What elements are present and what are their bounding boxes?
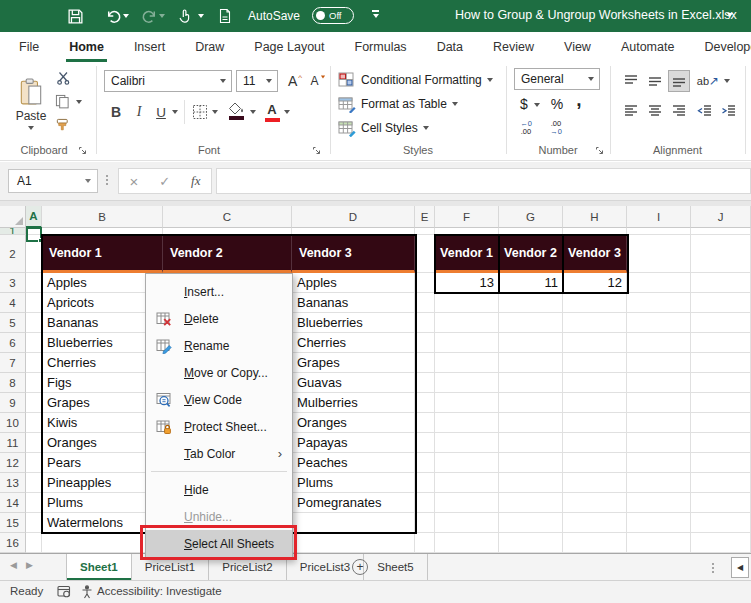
underline-button[interactable]: U xyxy=(152,100,170,124)
cell-E2[interactable] xyxy=(415,235,435,273)
row-header-7[interactable]: 7 xyxy=(0,353,26,373)
name-box[interactable]: A1 xyxy=(8,169,98,193)
cell-I8[interactable] xyxy=(627,373,691,393)
cell-A14[interactable] xyxy=(26,493,42,513)
cell-F4[interactable] xyxy=(435,293,499,313)
cell-I10[interactable] xyxy=(627,413,691,433)
cell-E5[interactable] xyxy=(415,313,435,333)
cell-D11[interactable]: Papayas xyxy=(292,433,415,453)
sheet-tab-sheet5[interactable]: Sheet5 xyxy=(364,554,427,580)
cell-G3[interactable]: 11 xyxy=(499,273,563,293)
cell-G12[interactable] xyxy=(499,453,563,473)
formula-bar-resize-handle[interactable] xyxy=(106,175,108,185)
cell-D2[interactable]: Vendor 3 xyxy=(292,235,415,273)
row-header-13[interactable]: 13 xyxy=(0,473,26,493)
cell-J15[interactable] xyxy=(691,513,751,533)
cell-D5[interactable]: Blueberries xyxy=(292,313,415,333)
menu-item-tab-color[interactable]: Tab Color› xyxy=(146,440,292,467)
format-painter-icon[interactable] xyxy=(55,118,70,133)
decrease-decimal-button[interactable]: .00→0 xyxy=(544,120,568,136)
center-button[interactable] xyxy=(644,100,666,122)
bottom-align-button[interactable] xyxy=(668,70,690,92)
column-header-B[interactable]: B xyxy=(42,206,163,228)
tab-developer[interactable]: Developer xyxy=(689,32,751,62)
cell-H3[interactable]: 12 xyxy=(563,273,627,293)
cell-D3[interactable]: Apples xyxy=(292,273,415,293)
cell-E6[interactable] xyxy=(415,333,435,353)
cell-E11[interactable] xyxy=(415,433,435,453)
cell-A9[interactable] xyxy=(26,393,42,413)
decrease-indent-button[interactable] xyxy=(694,100,716,122)
cell-E14[interactable] xyxy=(415,493,435,513)
cell-F3[interactable]: 13 xyxy=(435,273,499,293)
cell-I11[interactable] xyxy=(627,433,691,453)
cell-G11[interactable] xyxy=(499,433,563,453)
cell-H1[interactable] xyxy=(563,228,627,235)
cell-E8[interactable] xyxy=(415,373,435,393)
cell-D15[interactable] xyxy=(292,513,415,533)
touch-mode-dropdown-icon[interactable] xyxy=(196,7,206,25)
number-dialog-launcher-icon[interactable] xyxy=(595,145,605,155)
menu-item-select-all-sheets[interactable]: Select All Sheets xyxy=(146,530,292,557)
cell-C2[interactable]: Vendor 2 xyxy=(163,235,292,273)
cell-E10[interactable] xyxy=(415,413,435,433)
increase-decimal-button[interactable]: ←0.00 xyxy=(514,120,538,136)
cell-G9[interactable] xyxy=(499,393,563,413)
cell-J2[interactable] xyxy=(691,235,751,273)
top-align-button[interactable] xyxy=(620,70,642,92)
row-header-12[interactable]: 12 xyxy=(0,453,26,473)
tab-automate[interactable]: Automate xyxy=(606,32,690,62)
cell-I3[interactable] xyxy=(627,273,691,293)
accounting-dropdown-icon[interactable] xyxy=(534,103,540,107)
cell-D4[interactable]: Bananas xyxy=(292,293,415,313)
cell-C1[interactable] xyxy=(163,228,292,235)
cell-J10[interactable] xyxy=(691,413,751,433)
copy-dropdown-icon[interactable] xyxy=(76,100,82,104)
cell-styles-button[interactable]: Cell Styles xyxy=(338,116,429,139)
cell-H15[interactable] xyxy=(563,513,627,533)
cell-E4[interactable] xyxy=(415,293,435,313)
cell-F2[interactable]: Vendor 1 xyxy=(435,235,499,273)
row-header-5[interactable]: 5 xyxy=(0,313,26,333)
format-as-table-button[interactable]: Format as Table xyxy=(338,92,458,115)
copy-icon[interactable] xyxy=(55,94,70,109)
cancel-icon[interactable]: × xyxy=(129,173,138,190)
cell-H4[interactable] xyxy=(563,293,627,313)
cell-E3[interactable] xyxy=(415,273,435,293)
cell-J3[interactable] xyxy=(691,273,751,293)
font-size-select[interactable]: 11 xyxy=(236,70,278,92)
underline-dropdown-icon[interactable] xyxy=(172,110,178,114)
autosave-toggle[interactable]: Off xyxy=(312,7,354,24)
cell-F8[interactable] xyxy=(435,373,499,393)
column-header-I[interactable]: I xyxy=(627,206,691,228)
cell-F15[interactable] xyxy=(435,513,499,533)
column-header-G[interactable]: G xyxy=(499,206,563,228)
cell-A16[interactable] xyxy=(26,533,42,553)
cell-H5[interactable] xyxy=(563,313,627,333)
orientation-button[interactable]: ab↗ xyxy=(696,70,720,92)
cell-B1[interactable] xyxy=(42,228,163,235)
conditional-formatting-button[interactable]: Conditional Formatting xyxy=(338,68,493,91)
row-header-16[interactable]: 16 xyxy=(0,533,26,553)
title-dropdown-icon[interactable] xyxy=(727,13,733,17)
accessibility-status[interactable]: Accessibility: Investigate xyxy=(97,585,222,597)
font-name-select[interactable]: Calibri xyxy=(104,70,232,92)
cell-I2[interactable] xyxy=(627,235,691,273)
cell-H2[interactable]: Vendor 3 xyxy=(563,235,627,273)
cell-H13[interactable] xyxy=(563,473,627,493)
accounting-format-button[interactable]: $ xyxy=(516,94,532,114)
menu-item-hide[interactable]: Hide xyxy=(146,476,292,503)
new-sheet-button[interactable]: + xyxy=(352,559,368,575)
cell-G5[interactable] xyxy=(499,313,563,333)
cell-B2[interactable]: Vendor 1 xyxy=(42,235,163,273)
cell-G15[interactable] xyxy=(499,513,563,533)
row-header-15[interactable]: 15 xyxy=(0,513,26,533)
cut-icon[interactable] xyxy=(56,70,72,86)
column-header-E[interactable]: E xyxy=(415,206,435,228)
cell-A1[interactable] xyxy=(26,228,42,235)
cell-D6[interactable]: Cherries xyxy=(292,333,415,353)
hscroll-left-arrow[interactable]: ◀ xyxy=(731,557,749,578)
row-header-8[interactable]: 8 xyxy=(0,373,26,393)
menu-item-move-or-copy[interactable]: Move or Copy... xyxy=(146,359,292,386)
comma-style-button[interactable]: , xyxy=(572,90,586,110)
